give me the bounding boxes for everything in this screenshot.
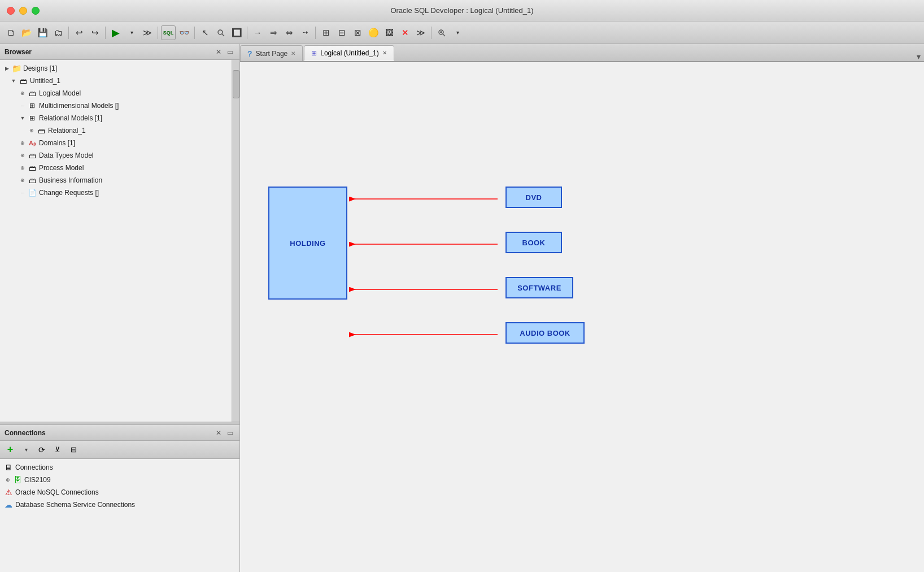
entity-holding[interactable]: HOLDING: [268, 187, 347, 300]
minimize-button[interactable]: [19, 7, 27, 15]
conn-item-connections[interactable]: 🖥 Connections: [0, 461, 239, 474]
separator-6: [315, 27, 316, 39]
schema-browser-button[interactable]: ⊟: [67, 443, 80, 457]
conn-item-cis2109[interactable]: ⊕ 🗄 CIS2109: [0, 474, 239, 486]
tree-item-designs[interactable]: ▶ 📁 Designs [1]: [0, 62, 232, 75]
sql-button[interactable]: SQL: [161, 25, 176, 40]
tabs-dropdown-btn[interactable]: ▾: [913, 52, 924, 61]
entity-audiobook[interactable]: AUDIO BOOK: [505, 322, 585, 344]
label-logical-model: Logical Model: [39, 89, 81, 97]
tree-item-relational1[interactable]: ⊕ 🗃 Relational_1: [0, 124, 232, 137]
find-button[interactable]: [213, 25, 228, 40]
close-button[interactable]: [7, 7, 15, 15]
maximize-button[interactable]: [32, 7, 40, 15]
save-button[interactable]: 💾: [35, 25, 50, 40]
tree-item-process-model[interactable]: ⊕ 🗃 Process Model: [0, 162, 232, 174]
image-button[interactable]: 🖼: [382, 25, 396, 40]
compare-button[interactable]: 👓: [177, 25, 191, 40]
label-designs: Designs [1]: [23, 64, 57, 72]
more-button[interactable]: ≫: [140, 25, 155, 40]
label-relational-models: Relational Models [1]: [39, 114, 102, 122]
diagram-canvas[interactable]: HOLDING DVD BOOK SOFTWARE AUDIO BOOK: [240, 62, 924, 572]
filter-connections-button[interactable]: ⊻: [51, 443, 64, 457]
expander-multidimensional[interactable]: ···: [18, 101, 27, 110]
expander-logical[interactable]: ⊕: [18, 89, 27, 98]
connections-close-btn[interactable]: ✕: [214, 428, 223, 437]
expander-datatypes[interactable]: ⊕: [18, 151, 27, 160]
expander-untitled1[interactable]: ▼: [9, 76, 18, 85]
tree-item-change-requests[interactable]: ··· 📄 Change Requests []: [0, 187, 232, 199]
connections-toolbar: + ▾ ⟳ ⊻ ⊟: [0, 441, 239, 459]
zoom-dropdown-button[interactable]: ▾: [450, 25, 465, 40]
tree-item-untitled1[interactable]: ▼ 🗃 Untitled_1: [0, 75, 232, 87]
arrow-double-button[interactable]: ⇒: [266, 25, 281, 40]
nosql-icon: ⚠: [3, 487, 14, 497]
entity-software[interactable]: SOFTWARE: [505, 277, 573, 298]
run-dropdown-button[interactable]: ▾: [124, 25, 139, 40]
forward-button[interactable]: ≫: [413, 25, 428, 40]
cursor-button[interactable]: ↖: [198, 25, 212, 40]
browser-minimize-btn[interactable]: ▭: [225, 47, 235, 57]
redo-button[interactable]: ↪: [88, 25, 102, 40]
browser-scrollthumb[interactable]: [233, 70, 239, 98]
zoom-button[interactable]: [434, 25, 449, 40]
cube-icon-logical: 🗃: [27, 88, 37, 98]
arrow-special-button[interactable]: ⇢: [298, 25, 312, 40]
tab-start-page-label: Start Page: [256, 50, 288, 58]
browser-close-btn[interactable]: ✕: [214, 47, 223, 57]
tree-item-logical-model[interactable]: ⊕ 🗃 Logical Model: [0, 87, 232, 99]
entity-dvd[interactable]: DVD: [505, 187, 562, 208]
ab-icon-domains: Aᵦ: [27, 138, 37, 148]
tree-item-business-info[interactable]: ⊕ 🗃 Business Information: [0, 174, 232, 187]
expander-designs[interactable]: ▶: [2, 64, 11, 73]
browser-scrollbar[interactable]: [232, 60, 239, 422]
undo-button[interactable]: ↩: [72, 25, 86, 40]
tree-item-datatypes[interactable]: ⊕ 🗃 Data Types Model: [0, 149, 232, 162]
new-file-button[interactable]: 🗋: [3, 25, 18, 40]
connections-title: Connections: [5, 429, 46, 437]
browser-tree: ▶ 📁 Designs [1] ▼ 🗃 Untitled_1 ⊕ 🗃: [0, 60, 232, 422]
run-button[interactable]: ▶: [108, 25, 123, 40]
add-conn-dropdown[interactable]: ▾: [19, 443, 33, 457]
expander-relational1[interactable]: ⊕: [27, 126, 36, 135]
new-diagram-button[interactable]: 🟡: [366, 25, 381, 40]
layout-button2[interactable]: ⊟: [334, 25, 349, 40]
expander-domains[interactable]: ⊕: [18, 138, 27, 148]
delete-button[interactable]: ✕: [398, 25, 412, 40]
label-relational1: Relational_1: [48, 127, 86, 135]
svg-line-1: [222, 34, 224, 36]
tab-start-page[interactable]: ? Start Page ✕: [240, 45, 303, 61]
tab-logical[interactable]: ⊞ Logical (Untitled_1) ✕: [304, 45, 394, 61]
entity-book-label: BOOK: [522, 239, 546, 247]
tab-logical-label: Logical (Untitled_1): [320, 49, 378, 57]
connections-list: 🖥 Connections ⊕ 🗄 CIS2109 ⚠ Oracle NoSQL…: [0, 459, 239, 572]
expander-cis2109[interactable]: ⊕: [3, 475, 12, 484]
tab-logical-close[interactable]: ✕: [382, 50, 387, 56]
connections-minimize-btn[interactable]: ▭: [225, 428, 235, 437]
arrow-bidir-button[interactable]: ⇔: [282, 25, 297, 40]
entity-book[interactable]: BOOK: [505, 232, 562, 253]
expander-business[interactable]: ⊕: [18, 176, 27, 185]
tab-start-page-close[interactable]: ✕: [291, 50, 295, 57]
titlebar: Oracle SQL Developer : Logical (Untitled…: [0, 0, 924, 21]
open-file-button[interactable]: 📂: [19, 25, 34, 40]
add-connection-button[interactable]: +: [3, 443, 17, 457]
expander-relational[interactable]: ▼: [18, 114, 27, 123]
entity-software-label: SOFTWARE: [517, 284, 561, 292]
browse-button[interactable]: 🔲: [229, 25, 244, 40]
conn-item-nosql[interactable]: ⚠ Oracle NoSQL Connections: [0, 486, 239, 499]
layout-button1[interactable]: ⊞: [319, 25, 333, 40]
traffic-lights: [7, 7, 40, 15]
tree-item-relational-models[interactable]: ▼ ⊞ Relational Models [1]: [0, 112, 232, 124]
tree-item-domains[interactable]: ⊕ Aᵦ Domains [1]: [0, 137, 232, 149]
expander-change[interactable]: ···: [18, 188, 27, 197]
refresh-connections-button[interactable]: ⟳: [35, 443, 49, 457]
layout-button3[interactable]: ⊠: [350, 25, 365, 40]
tree-item-multidimensional[interactable]: ··· ⊞ Multidimensional Models []: [0, 99, 232, 112]
arrow-right-button[interactable]: →: [250, 25, 265, 40]
svg-point-0: [218, 30, 223, 34]
save-all-button[interactable]: 🗂: [51, 25, 66, 40]
expander-process[interactable]: ⊕: [18, 163, 27, 172]
conn-item-schema-service[interactable]: ☁ Database Schema Service Connections: [0, 499, 239, 511]
main-layout: Browser ✕ ▭ ▶ 📁 Designs [1] ▼: [0, 44, 924, 572]
